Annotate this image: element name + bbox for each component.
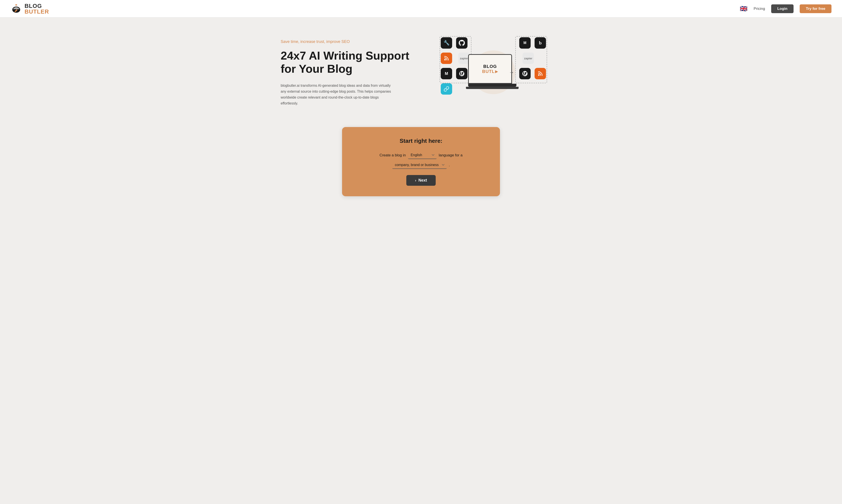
start-card-row: Create a blog in English Spanish French … bbox=[355, 151, 487, 169]
hero-left: Save time, increase trust, improve SEO 2… bbox=[281, 35, 412, 106]
arrow-laptop-to-right: → bbox=[509, 69, 514, 75]
logo-icon bbox=[11, 3, 22, 15]
language-select-wrapper: English Spanish French German Dutch Ital… bbox=[408, 151, 436, 159]
hero-illustration: 🔧 zapier M bbox=[425, 35, 561, 109]
svg-rect-1 bbox=[15, 4, 17, 5]
start-card: Start right here: Create a blog in Engli… bbox=[342, 127, 500, 196]
login-button[interactable]: Login bbox=[771, 4, 793, 13]
prefix-text: Create a blog in bbox=[380, 153, 406, 158]
next-button[interactable]: › Next bbox=[406, 175, 436, 186]
dashed-box-left bbox=[440, 36, 471, 83]
language-flag-icon[interactable]: 🇬🇧 bbox=[740, 5, 748, 12]
next-chevron-icon: › bbox=[415, 179, 416, 182]
pricing-link[interactable]: Pricing bbox=[754, 6, 765, 11]
blog-type-select[interactable]: company, brand or business personal blog… bbox=[392, 161, 447, 169]
suffix-text: . bbox=[449, 163, 450, 167]
middle-text: language for a bbox=[439, 153, 463, 158]
hero-description: blogbutler.ai transforms AI-generated bl… bbox=[281, 83, 395, 106]
language-select[interactable]: English Spanish French German Dutch Ital… bbox=[408, 151, 436, 159]
blog-type-select-wrapper: company, brand or business personal blog… bbox=[392, 161, 447, 169]
try-free-button[interactable]: Try for free bbox=[800, 4, 831, 13]
next-label: Next bbox=[418, 178, 427, 183]
start-card-title: Start right here: bbox=[355, 138, 487, 144]
logo[interactable]: BLOG BUTLER bbox=[11, 3, 49, 15]
logo-text: BLOG BUTLER bbox=[24, 3, 49, 15]
logo-blog: BLOG bbox=[24, 3, 49, 9]
hero-tagline: Save time, increase trust, improve SEO bbox=[281, 39, 412, 44]
hero-title: 24x7 AI Writing Support for Your Blog bbox=[281, 49, 412, 76]
logo-butler: BUTLER bbox=[24, 9, 49, 15]
nav-right: 🇬🇧 Pricing Login Try for free bbox=[740, 4, 831, 13]
dashed-box-right bbox=[515, 36, 547, 83]
app-icon-link bbox=[441, 83, 452, 95]
